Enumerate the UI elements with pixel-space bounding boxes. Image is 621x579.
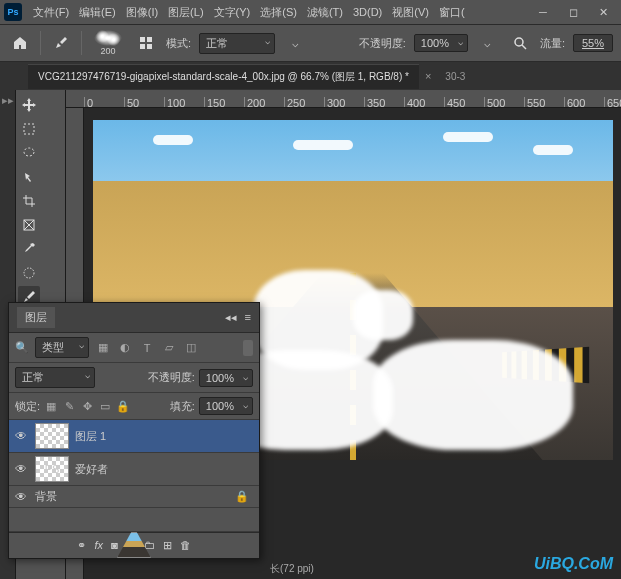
layer-mask-icon[interactable]: ◙ — [111, 539, 118, 552]
flow-label: 流量: — [540, 36, 565, 51]
lock-transparent-icon[interactable]: ▦ — [44, 400, 58, 413]
home-button[interactable] — [8, 31, 32, 55]
lasso-tool[interactable] — [18, 142, 40, 164]
ruler-horizontal[interactable]: 050100150200250300350400450500550600650 — [66, 90, 621, 108]
layer-item[interactable]: 👁 PS 爱好者 — [9, 453, 259, 486]
layer-opacity-label: 不透明度: — [148, 370, 195, 385]
opacity-dropdown[interactable]: 100% — [414, 34, 468, 52]
new-layer-icon[interactable]: ⊞ — [163, 539, 172, 552]
panel-header[interactable]: 图层 ◂◂≡ — [9, 303, 259, 333]
lock-label: 锁定: — [15, 399, 40, 414]
layer-name[interactable]: 图层 1 — [75, 429, 106, 444]
separator — [81, 31, 82, 55]
svg-point-3 — [24, 148, 34, 156]
visibility-toggle[interactable]: 👁 — [13, 429, 29, 443]
maximize-button[interactable]: ◻ — [559, 2, 587, 22]
filter-pixel-icon[interactable]: ▦ — [95, 340, 111, 356]
opacity-label: 不透明度: — [359, 36, 406, 51]
flow-input[interactable]: 55% — [573, 34, 613, 52]
pressure-opacity-icon[interactable]: ⌵ — [476, 31, 500, 55]
filter-kind-dropdown[interactable]: 类型 — [35, 337, 89, 358]
document-tab-bar: VCG211297476719-gigapixel-standard-scale… — [0, 62, 621, 90]
filter-smart-icon[interactable]: ◫ — [183, 340, 199, 356]
svg-line-1 — [522, 45, 526, 49]
lock-image-icon[interactable]: ✎ — [62, 400, 76, 413]
search-icon[interactable] — [508, 31, 532, 55]
menu-3d[interactable]: 3D(D) — [348, 6, 387, 18]
blend-opacity-row: 正常 不透明度: 100% — [9, 363, 259, 393]
quick-select-tool[interactable] — [18, 166, 40, 188]
filter-toggle[interactable] — [243, 340, 253, 356]
mode-options-icon[interactable]: ⌵ — [283, 31, 307, 55]
filter-shape-icon[interactable]: ▱ — [161, 340, 177, 356]
brush-tool-icon[interactable] — [49, 31, 73, 55]
panel-menu-icon[interactable]: ≡ — [245, 311, 251, 324]
watermark: UiBQ.CoM — [534, 555, 613, 573]
menu-edit[interactable]: 编辑(E) — [74, 5, 121, 20]
panel-menu[interactable]: ◂◂≡ — [225, 311, 251, 324]
menu-image[interactable]: 图像(I) — [121, 5, 163, 20]
menu-bar: Ps 文件(F) 编辑(E) 图像(I) 图层(L) 文字(Y) 选择(S) 滤… — [0, 0, 621, 24]
brush-preset-picker[interactable]: 200 — [90, 30, 126, 56]
svg-point-7 — [24, 268, 34, 278]
minimize-button[interactable]: ─ — [529, 2, 557, 22]
layer-item[interactable]: 👁 背景 🔒 — [9, 486, 259, 508]
move-tool[interactable] — [18, 94, 40, 116]
marquee-tool[interactable] — [18, 118, 40, 140]
document-tab-2[interactable]: 30-3 — [437, 66, 473, 87]
layer-style-icon[interactable]: fx — [94, 539, 103, 552]
fill-dropdown[interactable]: 100% — [199, 397, 253, 415]
crop-tool[interactable] — [18, 190, 40, 212]
link-layers-icon[interactable]: ⚭ — [77, 539, 86, 552]
layer-blend-dropdown[interactable]: 正常 — [15, 367, 95, 388]
delete-layer-icon[interactable]: 🗑 — [180, 539, 191, 552]
brush-panel-toggle[interactable] — [134, 31, 158, 55]
frame-tool[interactable] — [18, 214, 40, 236]
menu-view[interactable]: 视图(V) — [387, 5, 434, 20]
status-bar: 长(72 ppi) — [262, 559, 322, 579]
fill-label: 填充: — [170, 399, 195, 414]
separator — [40, 31, 41, 55]
svg-rect-2 — [24, 124, 34, 134]
mode-label: 模式: — [166, 36, 191, 51]
visibility-toggle[interactable]: 👁 — [13, 490, 29, 504]
svg-point-0 — [515, 38, 523, 46]
brush-preview-icon — [94, 30, 122, 46]
collapse-icon[interactable]: ◂◂ — [225, 311, 237, 324]
menu-filter[interactable]: 滤镜(T) — [302, 5, 348, 20]
healing-tool[interactable] — [18, 262, 40, 284]
layers-tab[interactable]: 图层 — [17, 307, 55, 328]
menu-layer[interactable]: 图层(L) — [163, 5, 208, 20]
menu-type[interactable]: 文字(Y) — [209, 5, 256, 20]
filter-adjust-icon[interactable]: ◐ — [117, 340, 133, 356]
filter-type-icon[interactable]: T — [139, 340, 155, 356]
window-controls: ─ ◻ ✕ — [529, 2, 617, 22]
lock-all-icon[interactable]: 🔒 — [116, 400, 130, 413]
menu-file[interactable]: 文件(F) — [28, 5, 74, 20]
menu-select[interactable]: 选择(S) — [255, 5, 302, 20]
lock-artboard-icon[interactable]: ▭ — [98, 400, 112, 413]
layer-name[interactable]: 爱好者 — [75, 462, 108, 477]
options-bar: 200 模式: 正常 ⌵ 不透明度: 100% ⌵ 流量: 55% — [0, 24, 621, 62]
layer-empty-area[interactable] — [9, 508, 259, 532]
lock-fill-row: 锁定: ▦ ✎ ✥ ▭ 🔒 填充: 100% — [9, 393, 259, 420]
close-button[interactable]: ✕ — [589, 2, 617, 22]
lock-position-icon[interactable]: ✥ — [80, 400, 94, 413]
document-tab-active[interactable]: VCG211297476719-gigapixel-standard-scale… — [28, 64, 419, 89]
layer-filter-bar: 🔍 类型 ▦ ◐ T ▱ ◫ — [9, 333, 259, 363]
layer-name[interactable]: 背景 — [35, 489, 57, 504]
layer-item[interactable]: 👁 图层 1 — [9, 420, 259, 453]
search-icon[interactable]: 🔍 — [15, 341, 29, 354]
eyedropper-tool[interactable] — [18, 238, 40, 260]
menu-window[interactable]: 窗口( — [434, 5, 470, 20]
visibility-toggle[interactable]: 👁 — [13, 462, 29, 476]
app-logo: Ps — [4, 3, 22, 21]
tab-close-icon[interactable]: × — [419, 70, 437, 82]
brush-size-label: 200 — [100, 46, 115, 56]
layer-opacity-dropdown[interactable]: 100% — [199, 369, 253, 387]
lock-icon: 🔒 — [235, 490, 249, 503]
layer-thumbnail[interactable]: PS — [35, 456, 69, 482]
layers-panel: 图层 ◂◂≡ 🔍 类型 ▦ ◐ T ▱ ◫ 正常 不透明度: 100% 锁定: … — [8, 302, 260, 559]
blend-mode-dropdown[interactable]: 正常 — [199, 33, 275, 54]
layer-thumbnail[interactable] — [35, 423, 69, 449]
